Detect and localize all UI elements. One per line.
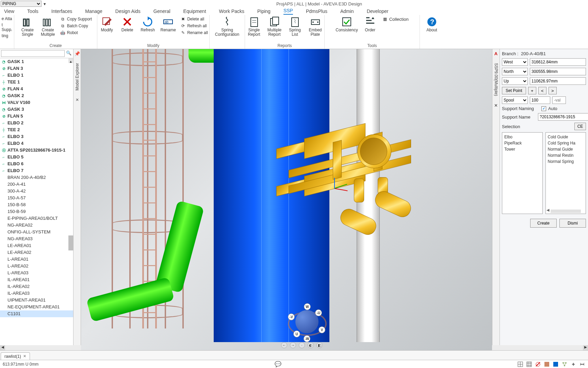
tab-work-packs[interactable]: Work Packs xyxy=(219,9,244,14)
cut-left-item[interactable]: ting xyxy=(2,33,8,38)
ce-button[interactable]: CE xyxy=(574,123,586,130)
toggle-a-icon[interactable] xyxy=(544,361,550,367)
close-icon[interactable]: ✕ xyxy=(23,354,26,358)
tree-item[interactable]: ⒶATTA SP2013286676-1915-1 xyxy=(0,147,73,154)
spring-config-button[interactable]: SpringConfiguration xyxy=(215,16,239,37)
auto-checkbox[interactable] xyxy=(541,106,546,111)
tree-item[interactable]: LE-AREA01 xyxy=(0,242,73,249)
tree-item[interactable]: ⋈VALV V160 xyxy=(0,99,73,106)
tree-item[interactable]: ⌐ELBO 2 xyxy=(0,120,73,126)
tab-equipment[interactable]: Equipment xyxy=(183,9,206,14)
prev-button[interactable]: < xyxy=(538,87,546,94)
create-button[interactable]: Create xyxy=(530,219,557,228)
tree-item[interactable]: ◔GASK 2 xyxy=(0,92,73,99)
tree-item[interactable]: IL-AREA01 xyxy=(0,276,73,283)
tree-item[interactable]: 200-A-41 xyxy=(0,181,73,188)
tab-admin[interactable]: Admin xyxy=(340,9,354,14)
tree-item[interactable]: L-AREA02 xyxy=(0,263,73,270)
tree-item[interactable]: ◔GASK 3 xyxy=(0,106,73,113)
tree-item[interactable]: LE-AREA02 xyxy=(0,249,73,256)
grid-icon[interactable] xyxy=(517,361,523,367)
tree-item[interactable]: ┼TEE 2 xyxy=(0,126,73,133)
tree-item[interactable]: IL-AREA02 xyxy=(0,283,73,290)
collection-button[interactable]: ▦Collection xyxy=(382,16,409,22)
search-icon[interactable]: 🔍 xyxy=(66,50,72,57)
tree-item[interactable]: NG-AREA03 xyxy=(0,235,73,242)
order-button[interactable]: Order xyxy=(362,16,378,32)
tree-item[interactable]: ⊘FLAN 5 xyxy=(0,113,73,120)
tree-item[interactable]: IL-AREA03 xyxy=(0,290,73,297)
tree-item[interactable]: ⌐ELBO 5 xyxy=(0,154,73,160)
tree-item[interactable]: ⌐ELBO 3 xyxy=(0,133,73,140)
tree-item[interactable]: ⌐ELBO 4 xyxy=(0,140,73,147)
scroll-up[interactable]: ▲ xyxy=(68,58,73,63)
node-icon[interactable] xyxy=(561,361,568,367)
dismiss-button[interactable]: Dismi xyxy=(559,219,586,228)
support-name-input[interactable] xyxy=(538,113,588,121)
hscroll-right[interactable]: ▶ xyxy=(583,345,588,350)
single-report-button[interactable]: SingleReport xyxy=(246,16,262,37)
robot-button[interactable]: 🤖Robot xyxy=(60,30,92,35)
collapse-icon[interactable] xyxy=(579,361,585,367)
selection-list-a[interactable]: ElboPipeRackTower xyxy=(502,132,543,214)
tree-item[interactable]: 150-B-58 xyxy=(0,201,73,208)
next-button[interactable]: > xyxy=(549,87,557,94)
pin-icon[interactable]: 📌 xyxy=(75,51,80,56)
tree-item[interactable]: 300-A-42 xyxy=(0,188,73,195)
tree-item[interactable]: ⊘FLAN 3 xyxy=(0,65,73,72)
tree-item[interactable]: 150-A-57 xyxy=(0,195,73,201)
tab-developer[interactable]: Developer xyxy=(367,9,389,14)
grid2-icon[interactable] xyxy=(526,361,532,367)
toggle-b-icon[interactable] xyxy=(553,361,559,367)
list-item[interactable]: Normal Spring xyxy=(548,158,584,165)
coord-input[interactable] xyxy=(530,77,586,85)
view-cube[interactable]: W U V -U -V -W xyxy=(285,304,329,341)
qat-dropdown-icon[interactable]: ▾ xyxy=(44,1,48,6)
tree-item[interactable]: E-PIPING-AREA01/BOLT xyxy=(0,215,73,222)
tree-item[interactable]: ┼TEE 1 xyxy=(0,79,73,86)
coord-input[interactable] xyxy=(530,58,586,66)
direction-select[interactable]: Up xyxy=(502,77,528,85)
list-item[interactable]: Cold Spring Ha xyxy=(548,140,584,146)
consistency-button[interactable]: Consistency xyxy=(336,16,358,32)
nav-back-icon[interactable]: ← xyxy=(281,342,287,348)
tab-piping[interactable]: Piping xyxy=(257,9,271,14)
model-tree[interactable]: ▲ ▼ ◔GASK 1⊘FLAN 3⌐ELBO 1┼TEE 1⊘FLAN 4◔G… xyxy=(0,58,73,350)
nav-globe-icon[interactable]: ◐ xyxy=(308,342,314,348)
hscroll-left[interactable]: ◀ xyxy=(0,345,5,350)
delete-all-button[interactable]: ✖Delete all xyxy=(180,16,208,22)
close-icon[interactable]: ✕ xyxy=(76,97,79,102)
rename-all-button[interactable]: ✎Rename all xyxy=(180,30,208,35)
direction-select[interactable]: West xyxy=(502,58,528,66)
tab-view[interactable]: View xyxy=(4,9,14,14)
copy-support-button[interactable]: ⧉Copy Support xyxy=(60,16,92,22)
tree-item[interactable]: ⌐ELBO 6 xyxy=(0,160,73,167)
tree-item[interactable]: ⌐ELBO 1 xyxy=(0,72,73,79)
tab-tools[interactable]: Tools xyxy=(27,9,38,14)
right-dock-tab[interactable]: A SSP9.00(Multiple) ✕ xyxy=(492,49,500,350)
multiple-report-button[interactable]: MultipleReport xyxy=(266,16,283,37)
spring-list-button[interactable]: SpringList xyxy=(287,16,303,37)
tree-item[interactable]: 150-B-59 xyxy=(0,208,73,215)
nav-cube-icon[interactable]: ◧ xyxy=(316,342,323,348)
tree-item[interactable]: ONFIG-ALL-SYSTEM xyxy=(0,229,73,235)
plus-button[interactable]: + xyxy=(528,87,536,94)
tree-search-input[interactable] xyxy=(1,50,65,57)
set-point-button[interactable]: Set Point xyxy=(502,87,526,94)
batch-copy-button[interactable]: ⧉Batch Copy xyxy=(60,23,92,29)
list-item[interactable]: Elbo xyxy=(504,134,540,140)
embed-plate-button[interactable]: EmbedPlate xyxy=(307,16,324,37)
direction-select[interactable]: North xyxy=(502,68,528,75)
nav-fwd-icon[interactable]: → xyxy=(290,342,296,348)
tree-item[interactable]: C1101 xyxy=(0,310,73,317)
nav-home-icon[interactable]: · xyxy=(299,342,305,348)
tree-item[interactable]: ◔GASK 1 xyxy=(0,58,73,65)
tree-item[interactable]: NG-AREA02 xyxy=(0,222,73,229)
tree-item[interactable]: UIPMENT-AREA01 xyxy=(0,297,73,304)
scroll-thumb[interactable] xyxy=(68,235,73,250)
left-dock-tab[interactable]: 📌 Model Explorer ✕ xyxy=(74,49,81,350)
list-item[interactable]: Normal Guide xyxy=(548,146,584,152)
tab-ssp[interactable]: SSP xyxy=(283,8,293,15)
val-input[interactable] xyxy=(552,96,566,104)
cut-left-item[interactable]: t Supp. xyxy=(2,22,12,32)
